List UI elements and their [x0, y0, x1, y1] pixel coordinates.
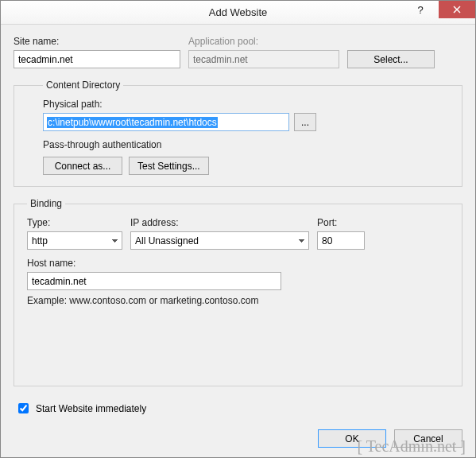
- hostname-example: Example: www.contoso.com or marketing.co…: [27, 295, 451, 306]
- browse-path-button[interactable]: ...: [294, 113, 316, 131]
- app-pool-label: Application pool:: [188, 36, 339, 47]
- port-input[interactable]: [317, 231, 365, 250]
- titlebar: Add Website ?: [1, 1, 475, 25]
- app-pool-input: [188, 50, 339, 68]
- select-app-pool-button[interactable]: Select...: [347, 50, 435, 68]
- cancel-button[interactable]: Cancel: [394, 429, 462, 448]
- close-button[interactable]: [439, 1, 475, 18]
- help-button[interactable]: ?: [402, 1, 439, 18]
- physical-path-value: c:\inetpub\wwwroot\tecadmin.net\htdocs: [47, 117, 218, 128]
- physical-path-label: Physical path:: [43, 99, 451, 110]
- binding-legend: Binding: [27, 198, 65, 209]
- hostname-input[interactable]: [27, 272, 281, 290]
- start-immediately-row[interactable]: Start Website immediately: [15, 401, 146, 416]
- content-directory-legend: Content Directory: [43, 80, 123, 91]
- content-directory-group: Content Directory Physical path: c:\inet…: [14, 80, 462, 187]
- ok-button[interactable]: OK: [318, 429, 386, 448]
- hostname-label: Host name:: [27, 258, 281, 269]
- physical-path-input[interactable]: c:\inetpub\wwwroot\tecadmin.net\htdocs: [43, 113, 289, 131]
- test-settings-button[interactable]: Test Settings...: [129, 157, 209, 175]
- ip-select[interactable]: All Unassigned: [130, 231, 309, 250]
- type-select[interactable]: http: [27, 231, 122, 250]
- connect-as-button[interactable]: Connect as...: [43, 157, 122, 175]
- start-immediately-label: Start Website immediately: [36, 403, 146, 414]
- port-label: Port:: [317, 217, 365, 228]
- type-label: Type:: [27, 217, 122, 228]
- ip-label: IP address:: [130, 217, 309, 228]
- site-name-input[interactable]: [14, 50, 180, 68]
- close-icon: [453, 6, 461, 14]
- add-website-dialog: Add Website ? Site name: Application poo…: [0, 0, 476, 458]
- site-name-label: Site name:: [14, 36, 180, 47]
- start-immediately-checkbox[interactable]: [18, 403, 29, 413]
- passthrough-label: Pass-through authentication: [43, 139, 451, 150]
- binding-group: Binding Type: http IP address: All Unass…: [14, 198, 462, 386]
